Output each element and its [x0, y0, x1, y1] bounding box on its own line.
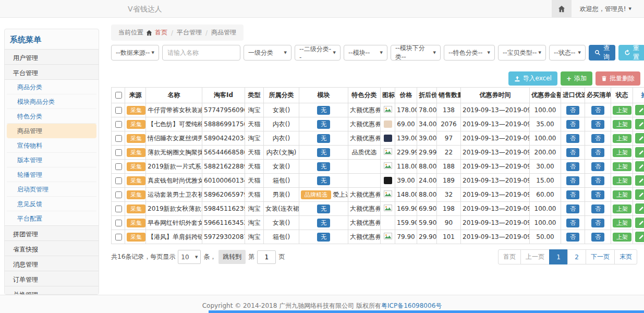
bottom-scrollbar[interactable]: [209, 310, 644, 313]
edit-button[interactable]: [635, 232, 644, 242]
row-checkbox[interactable]: [115, 149, 122, 156]
status-badge[interactable]: 上架: [613, 162, 631, 171]
icon-cell: [381, 230, 395, 244]
status-badge[interactable]: 上架: [613, 106, 631, 115]
filter-input-name-search[interactable]: [162, 45, 240, 61]
status-badge[interactable]: 上架: [613, 219, 631, 227]
pager-button-末页[interactable]: 末页: [614, 249, 637, 264]
must-buy-badge[interactable]: 否: [591, 106, 604, 115]
status-badge[interactable]: 上架: [613, 204, 631, 213]
must-buy-badge[interactable]: 否: [591, 134, 604, 143]
reset-button[interactable]: 重置: [618, 45, 644, 61]
filter-select-level1-category[interactable]: 一级分类▼: [244, 45, 291, 61]
sidebar-item-轮播管理[interactable]: 轮播管理: [7, 167, 96, 182]
import-select-badge[interactable]: 否: [566, 106, 579, 115]
row-checkbox[interactable]: [115, 135, 122, 142]
status-badge[interactable]: 上架: [613, 148, 631, 157]
sidebar-item-意见反馈[interactable]: 意见反馈: [7, 197, 96, 211]
pager-button-1[interactable]: 1: [549, 249, 568, 264]
coupon-time-cell: 2019-09-13—2019-09-17: [461, 202, 530, 216]
must-buy-badge[interactable]: 否: [591, 219, 604, 227]
row-checkbox[interactable]: [115, 220, 122, 226]
sidebar-item-版本管理[interactable]: 版本管理: [7, 153, 96, 167]
select-all-checkbox[interactable]: [115, 92, 122, 99]
must-buy-badge[interactable]: 否: [591, 162, 604, 171]
import-select-badge[interactable]: 否: [566, 233, 579, 242]
jump-button[interactable]: 跳转到: [218, 250, 246, 264]
status-badge[interactable]: 上架: [613, 190, 631, 199]
sidebar-item-启动页管理[interactable]: 启动页管理: [7, 182, 96, 197]
row-checkbox[interactable]: [115, 206, 122, 212]
edit-button[interactable]: [635, 175, 644, 186]
sidebar-item-模块商品分类[interactable]: 模块商品分类: [7, 94, 96, 109]
import-excel-button[interactable]: 导入excel: [508, 71, 557, 86]
user-menu[interactable]: 欢迎您，管理员! ▼: [580, 5, 631, 14]
must-buy-badge[interactable]: 否: [591, 233, 604, 242]
filter-select-module-sub-category[interactable]: --模块下分类--▼: [391, 45, 441, 61]
edit-button[interactable]: [635, 119, 644, 129]
must-buy-badge[interactable]: 否: [591, 120, 604, 129]
row-checkbox[interactable]: [115, 234, 122, 240]
filter-select-item-type[interactable]: --宝贝类型--▼: [498, 45, 546, 61]
import-select-badge[interactable]: 否: [566, 148, 579, 157]
row-checkbox[interactable]: [115, 177, 122, 184]
must-buy-badge[interactable]: 否: [591, 176, 604, 185]
edit-button[interactable]: [635, 133, 644, 143]
edit-button[interactable]: [635, 203, 644, 214]
edit-button[interactable]: [635, 147, 644, 158]
edit-button[interactable]: [635, 218, 644, 228]
sidebar-item-商品分类[interactable]: 商品分类: [7, 80, 96, 94]
edit-button[interactable]: [635, 105, 644, 115]
sidebar-item-用户管理[interactable]: 用户管理: [5, 49, 99, 65]
filter-select-status[interactable]: --状态--▼: [549, 45, 586, 61]
sidebar-item-拼团管理[interactable]: 拼团管理: [5, 225, 99, 241]
breadcrumb-home-link[interactable]: 首页: [155, 28, 167, 37]
icon-cell: [381, 174, 395, 188]
sidebar-item-宣传物料[interactable]: 宣传物料: [7, 138, 96, 153]
filter-select-module[interactable]: --模块--▼: [344, 45, 387, 61]
sidebar-item-兑换管理[interactable]: 兑换管理: [5, 286, 99, 295]
sidebar-item-平台管理[interactable]: 平台管理: [5, 64, 99, 80]
import-select-badge[interactable]: 否: [566, 190, 579, 199]
breadcrumb-prefix: 当前位置: [118, 28, 143, 37]
filter-select-feature-category[interactable]: --特色分类--▼: [444, 45, 495, 61]
import-select-badge[interactable]: 否: [566, 134, 579, 143]
row-checkbox[interactable]: [115, 191, 122, 198]
import-select-badge[interactable]: 否: [566, 120, 579, 129]
must-buy-badge[interactable]: 否: [591, 148, 604, 157]
import-select-badge[interactable]: 否: [566, 204, 579, 213]
status-badge[interactable]: 上架: [613, 120, 631, 129]
sidebar-item-消息管理[interactable]: 消息管理: [5, 256, 99, 271]
search-button[interactable]: 查询: [589, 45, 615, 61]
category-cell: 女装(): [264, 160, 299, 174]
pager-button-2[interactable]: 2: [567, 249, 586, 264]
status-badge[interactable]: 上架: [613, 233, 631, 242]
filter-select-level2-category[interactable]: --二级分类--▼: [295, 45, 341, 61]
row-checkbox[interactable]: [115, 121, 122, 128]
icp-link[interactable]: 粤ICP备16098006号: [381, 302, 442, 309]
sidebar-item-商品管理[interactable]: 商品管理: [7, 124, 96, 138]
pager-button-下一页[interactable]: 下一页: [586, 249, 615, 264]
edit-icon: [638, 122, 644, 127]
status-badge[interactable]: 上架: [613, 176, 631, 185]
add-button[interactable]: + 添加: [561, 71, 592, 86]
import-select-badge[interactable]: 否: [566, 176, 579, 185]
row-checkbox[interactable]: [115, 107, 122, 114]
edit-button[interactable]: [635, 189, 644, 200]
filter-select-data-source[interactable]: --数据来源--▼: [111, 45, 159, 61]
sidebar-item-订单管理[interactable]: 订单管理: [5, 271, 99, 286]
page-number-input[interactable]: [257, 250, 276, 264]
must-buy-badge[interactable]: 否: [591, 190, 604, 199]
edit-button[interactable]: [635, 161, 644, 172]
must-buy-badge[interactable]: 否: [591, 204, 604, 213]
home-button[interactable]: [552, 0, 572, 18]
batch-delete-button[interactable]: 批量删除: [596, 71, 640, 86]
sidebar-item-平台配置[interactable]: 平台配置: [7, 211, 96, 226]
import-select-badge[interactable]: 否: [566, 219, 579, 227]
row-checkbox[interactable]: [115, 163, 122, 170]
sidebar-item-特色分类[interactable]: 特色分类: [7, 109, 96, 124]
per-page-select[interactable]: 10 ▼: [178, 250, 201, 264]
sidebar-item-省直快报[interactable]: 省直快报: [5, 240, 99, 256]
import-select-badge[interactable]: 否: [566, 162, 579, 171]
status-badge[interactable]: 上架: [613, 134, 631, 143]
